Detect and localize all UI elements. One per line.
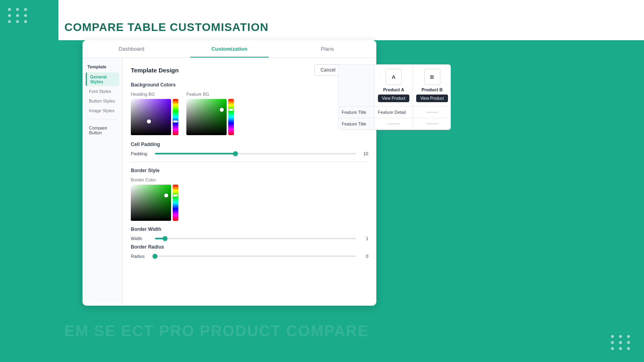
color-pickers-row: Heading BG Feature BG xyxy=(131,92,368,135)
feature-col2-2 xyxy=(413,118,451,130)
feature-title-2: Feature Title xyxy=(339,118,375,130)
padding-slider-fill xyxy=(155,153,235,154)
sidebar-template-label: Template xyxy=(86,64,119,69)
border-style-label: Border Style xyxy=(131,168,368,173)
border-color-gradient[interactable] xyxy=(131,185,171,221)
border-hue-bar[interactable] xyxy=(173,185,178,221)
padding-slider-thumb[interactable] xyxy=(233,151,238,156)
content-header: Template Design Cancel Save xyxy=(131,64,368,76)
feature-hue-bar[interactable] xyxy=(228,99,234,135)
product-a-name: Product A xyxy=(383,87,404,92)
width-slider-thumb[interactable] xyxy=(163,236,167,241)
cell-padding-label: Cell Padding xyxy=(131,142,368,147)
radius-label: Radius xyxy=(131,254,151,259)
preview-feature-row-1: Feature Title Feature Detail xyxy=(339,106,450,118)
width-slider-row: Width 1 xyxy=(131,236,368,241)
dots-decoration-bottom-right xyxy=(611,335,632,350)
padding-slider-track[interactable] xyxy=(155,153,356,154)
radius-slider-row: Radius 0 xyxy=(131,254,368,259)
preview-product-a: A Product A View Product xyxy=(375,65,413,106)
feature-detail-1: Feature Detail xyxy=(375,107,413,118)
cancel-button[interactable]: Cancel xyxy=(314,64,341,76)
feature-bg-canvas-wrap xyxy=(186,99,234,135)
tab-customization[interactable]: Customization xyxy=(180,40,278,58)
width-value: 1 xyxy=(360,236,368,241)
heading-bg-canvas-wrap xyxy=(131,99,178,135)
feature-bg-picker: Feature BG xyxy=(186,92,234,135)
tabs-bar: Dashboard Customization Plans xyxy=(83,40,376,58)
radius-slider-track[interactable] xyxy=(155,255,356,257)
heading-bg-picker: Heading BG xyxy=(131,92,178,135)
sidebar-item-button-styles[interactable]: Button Styles xyxy=(86,97,119,105)
card-body: Template General Styles Font Styles Butt… xyxy=(83,58,376,303)
border-color-canvas-wrap xyxy=(131,185,368,221)
product-b-id: B xyxy=(430,74,434,80)
padding-slider-row: Padding 10 xyxy=(131,151,368,156)
border-width-label: Border Width xyxy=(131,226,368,232)
sidebar-item-font-styles[interactable]: Font Styles xyxy=(86,87,119,96)
dash-line-3 xyxy=(426,123,438,124)
radius-slider-thumb[interactable] xyxy=(153,254,157,259)
feature-bg-gradient[interactable] xyxy=(186,99,227,135)
padding-value: 10 xyxy=(360,151,368,156)
dash-line-2 xyxy=(388,123,400,124)
feature-col2-1 xyxy=(413,107,451,118)
bg-colors-label: Background Colors xyxy=(131,82,368,88)
view-product-b-button[interactable]: View Product xyxy=(416,95,448,102)
sidebar-item-image-styles[interactable]: Image Styles xyxy=(86,106,119,115)
border-radius-label: Border Radius xyxy=(131,244,368,250)
title-bg xyxy=(58,0,644,40)
heading-hue-bar[interactable] xyxy=(173,99,178,135)
sidebar-item-general-styles[interactable]: General Styles xyxy=(86,72,119,86)
product-b-image: B xyxy=(424,69,440,85)
tab-dashboard[interactable]: Dashboard xyxy=(83,40,180,58)
product-a-id: A xyxy=(392,74,395,80)
feature-detail-2 xyxy=(375,118,413,130)
section-separator-1 xyxy=(131,162,368,162)
section-title: Template Design xyxy=(131,67,179,74)
heading-bg-gradient[interactable] xyxy=(131,99,171,135)
feature-title-1: Feature Title xyxy=(339,107,375,118)
product-a-image: A xyxy=(386,69,402,85)
preview-product-b: B Product B View Product xyxy=(413,65,451,106)
main-card: Dashboard Customization Plans Template G… xyxy=(83,40,376,306)
sidebar: Template General Styles Font Styles Butt… xyxy=(83,58,123,303)
padding-label: Padding xyxy=(131,151,151,156)
page-title: COMPARE TABLE CUSTOMISATION xyxy=(64,21,268,34)
preview-panel: A Product A View Product B Product B Vie… xyxy=(338,64,451,130)
preview-empty-cell xyxy=(339,65,375,106)
width-slider-fill xyxy=(155,238,165,239)
heading-bg-label: Heading BG xyxy=(131,92,178,97)
border-color-label: Border Color xyxy=(131,177,368,182)
width-label: Width xyxy=(131,236,151,241)
dash-line-1 xyxy=(426,112,438,113)
watermark: EM SE ECT PRO PRODUCT COMPARE xyxy=(64,323,369,340)
radius-value: 0 xyxy=(360,254,368,259)
product-b-name: Product B xyxy=(421,87,443,92)
width-slider-track[interactable] xyxy=(155,238,356,239)
preview-header-row: A Product A View Product B Product B Vie… xyxy=(339,65,450,106)
sidebar-item-compare-button[interactable]: Compare Button xyxy=(86,123,119,137)
preview-feature-row-2: Feature Title xyxy=(339,118,450,130)
feature-bg-label: Feature BG xyxy=(186,92,234,97)
view-product-a-button[interactable]: View Product xyxy=(378,95,409,102)
dots-decoration-top-left xyxy=(8,8,29,23)
tab-plans[interactable]: Plans xyxy=(279,40,376,58)
sidebar-divider xyxy=(87,119,118,119)
